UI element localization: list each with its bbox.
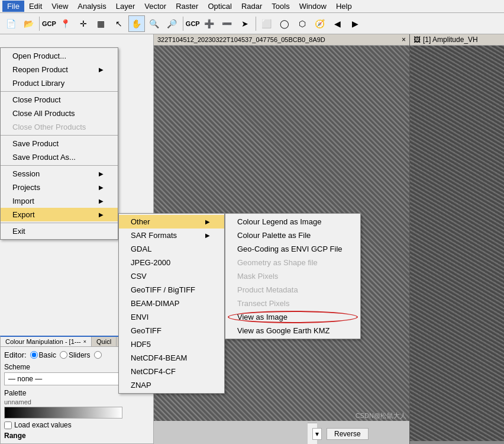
- export-other[interactable]: Other ▶: [119, 215, 224, 229]
- menu-vector[interactable]: Vector: [140, 1, 171, 12]
- radio-basic-input[interactable]: [30, 351, 38, 359]
- export-geotiff-bigtiff[interactable]: GeoTIFF / BigTIFF: [119, 283, 224, 297]
- add-btn[interactable]: ➕: [201, 15, 218, 32]
- menu-export[interactable]: Export ▶: [1, 208, 118, 221]
- select-btn[interactable]: ↖: [111, 15, 127, 32]
- menu-file[interactable]: File: [2, 1, 24, 12]
- rect-btn[interactable]: ⬜: [259, 15, 275, 32]
- toolbar-sep-3: [256, 17, 256, 31]
- menu-exit[interactable]: Exit: [1, 224, 118, 238]
- close-all-label: Close All Products: [12, 109, 75, 118]
- radio-sliders-input[interactable]: [60, 351, 67, 359]
- colour-manipulation-tab[interactable]: Colour Manipulation - [1--- ×: [1, 337, 92, 346]
- geometry-item: Geometry as Shape file: [225, 256, 360, 269]
- menu-radar[interactable]: Radar: [237, 1, 267, 12]
- poly-btn[interactable]: ⬡: [294, 15, 311, 32]
- radio-sliders-label: Sliders: [69, 351, 91, 359]
- menu-close-product[interactable]: Close Product: [1, 93, 118, 107]
- export-jpeg2000[interactable]: JPEG-2000: [119, 256, 224, 269]
- reverse-button[interactable]: Reverse: [327, 428, 369, 440]
- menu-edit[interactable]: Edit: [24, 1, 47, 12]
- menu-window[interactable]: Window: [295, 1, 331, 12]
- radio-extra[interactable]: [94, 351, 102, 359]
- radio-sliders[interactable]: Sliders: [60, 351, 91, 359]
- geometry-label: Geometry as Shape file: [237, 258, 318, 267]
- hdf5-label: HDF5: [131, 340, 151, 349]
- open-product-label: Open Product...: [12, 52, 66, 60]
- colour-palette-label: Colour Palette as File: [237, 231, 311, 240]
- nav-btn[interactable]: 🧭: [312, 15, 328, 32]
- export-netcdf4-cf[interactable]: NetCDF4-CF: [119, 365, 224, 378]
- remove-btn[interactable]: ➖: [219, 15, 235, 32]
- menu-open-product[interactable]: Open Product...: [1, 49, 118, 63]
- radio-basic[interactable]: Basic: [30, 351, 56, 359]
- watermark: CSDN@松鼠大人: [356, 411, 406, 420]
- sar-thumbnail: [410, 46, 504, 441]
- grid-btn[interactable]: ▦: [93, 15, 109, 32]
- radio-extra-input[interactable]: [94, 351, 102, 359]
- colour-palette-item[interactable]: Colour Palette as File: [225, 229, 360, 242]
- view-as-image-label: View as Image: [237, 313, 287, 321]
- quick-tab[interactable]: Quicl: [92, 337, 117, 346]
- file-menu: Open Product... Reopen Product ▶ Product…: [0, 47, 118, 240]
- menu-projects[interactable]: Projects ▶: [1, 181, 118, 194]
- menu-close-all[interactable]: Close All Products: [1, 107, 118, 120]
- save-product-as-label: Save Product As...: [12, 153, 76, 162]
- arrow-btn[interactable]: ➤: [237, 15, 253, 32]
- load-exact-checkbox[interactable]: [4, 422, 12, 429]
- envi-label: ENVI: [131, 313, 148, 321]
- tab-close-btn[interactable]: ×: [83, 339, 86, 345]
- crosshair-btn[interactable]: ✛: [75, 15, 92, 32]
- menu-help[interactable]: Help: [331, 1, 357, 12]
- export-beam-dimap[interactable]: BEAM-DIMAP: [119, 297, 224, 310]
- geo-coding-item[interactable]: Geo-Coding as ENVI GCP File: [225, 242, 360, 256]
- export-znap[interactable]: ZNAP: [119, 378, 224, 392]
- fwd-btn[interactable]: ▶: [347, 15, 364, 32]
- menu-optical[interactable]: Optical: [203, 1, 236, 12]
- other-submenu: Colour Legend as Image Colour Palette as…: [225, 213, 361, 339]
- open-btn[interactable]: 📂: [20, 15, 37, 32]
- product-library-label: Product Library: [12, 79, 64, 88]
- export-hdf5[interactable]: HDF5: [119, 337, 224, 351]
- menu-layer[interactable]: Layer: [111, 1, 140, 12]
- other-label: Other: [131, 217, 150, 226]
- gcp-pin-btn[interactable]: 📍: [57, 15, 74, 32]
- menu-bar: File Edit View Analysis Layer Vector Ras…: [0, 0, 504, 13]
- menu-reopen-product[interactable]: Reopen Product ▶: [1, 63, 118, 76]
- sep-2: [1, 135, 118, 136]
- product-metadata-item: Product Metadata: [225, 283, 360, 297]
- export-csv[interactable]: CSV: [119, 269, 224, 283]
- import-arrow: ▶: [99, 198, 104, 204]
- menu-tools[interactable]: Tools: [267, 1, 294, 12]
- other-arrow: ▶: [205, 218, 210, 225]
- sep-4: [1, 223, 118, 223]
- menu-save-product[interactable]: Save Product: [1, 137, 118, 150]
- zoom-out-btn[interactable]: 🔎: [164, 15, 180, 32]
- export-netcdf4-beam[interactable]: NetCDF4-BEAM: [119, 351, 224, 365]
- export-envi[interactable]: ENVI: [119, 310, 224, 324]
- view-google-earth-item[interactable]: View as Google Earth KMZ: [225, 324, 360, 337]
- export-geotiff[interactable]: GeoTIFF: [119, 324, 224, 337]
- menu-session[interactable]: Session ▶: [1, 167, 118, 181]
- radio-basic-label: Basic: [39, 351, 56, 359]
- menu-import[interactable]: Import ▶: [1, 194, 118, 208]
- shape-btn[interactable]: ◯: [276, 15, 293, 32]
- menu-view[interactable]: View: [47, 1, 73, 12]
- menu-save-product-as[interactable]: Save Product As...: [1, 150, 118, 164]
- back-btn[interactable]: ◀: [329, 15, 346, 32]
- menu-raster[interactable]: Raster: [171, 1, 203, 12]
- pan-btn[interactable]: ✋: [128, 15, 145, 32]
- view-as-image-item[interactable]: View as Image: [225, 310, 360, 324]
- export-gdal[interactable]: GDAL: [119, 242, 224, 256]
- menu-product-library[interactable]: Product Library: [1, 76, 118, 90]
- exit-label: Exit: [12, 227, 25, 236]
- new-btn[interactable]: 📄: [2, 15, 19, 32]
- bottom-controls: ▾ Reverse: [308, 423, 317, 444]
- image-close-btn[interactable]: ×: [402, 36, 406, 44]
- zoom-in-btn[interactable]: 🔍: [146, 15, 163, 32]
- export-sar-formats[interactable]: SAR Formats ▶: [119, 229, 224, 242]
- colour-legend-item[interactable]: Colour Legend as Image: [225, 215, 360, 229]
- menu-analysis[interactable]: Analysis: [73, 1, 111, 12]
- channel-dropdown[interactable]: ▾: [312, 428, 322, 440]
- reopen-arrow: ▶: [99, 66, 104, 73]
